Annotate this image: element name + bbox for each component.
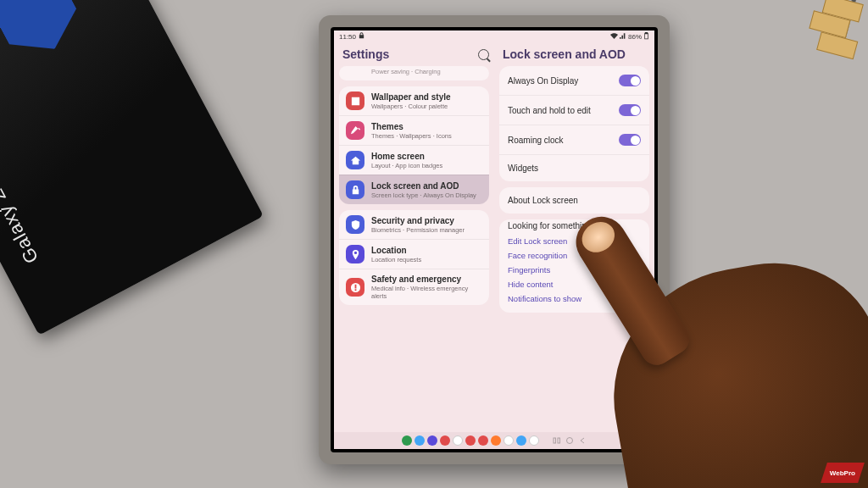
toggle-switch[interactable] <box>619 104 641 116</box>
row-title: Lock screen and AOD <box>371 181 476 191</box>
dock-app-icon[interactable] <box>465 435 476 446</box>
box-badge-icon <box>0 0 88 67</box>
toggle-row[interactable]: Widgets <box>499 154 649 181</box>
device-frame: 11:50 86% <box>319 15 670 464</box>
settings-row-lock[interactable]: Lock screen and AODScreen lock type · Al… <box>339 175 489 204</box>
links-group: Looking for something else? Edit Lock sc… <box>499 219 649 313</box>
settings-row-home[interactable]: Home screenLayout · App icon badges <box>339 145 489 175</box>
lock-icon <box>346 180 364 199</box>
settings-row-location[interactable]: LocationLocation requests <box>339 239 489 269</box>
dock <box>402 435 539 446</box>
dock-app-icon[interactable] <box>453 435 463 446</box>
about-row[interactable]: About Lock screen <box>499 187 649 214</box>
toggle-group: Always On DisplayTouch and hold to editR… <box>499 66 649 181</box>
row-title: Wallpaper and style <box>371 92 451 103</box>
svg-rect-0 <box>554 438 556 443</box>
truncated-item[interactable]: Power saving · Charging <box>339 66 489 80</box>
dock-app-icon[interactable] <box>440 435 450 446</box>
nav-home-icon[interactable] <box>565 436 575 446</box>
toggle-label: Roaming clock <box>508 136 564 145</box>
row-title: Home screen <box>371 152 442 162</box>
toggle-label: Touch and hold to edit <box>508 106 591 115</box>
related-link[interactable]: Fingerprints <box>508 263 641 277</box>
toggle-row[interactable]: Roaming clock <box>499 125 649 154</box>
emergency-icon <box>346 278 364 297</box>
row-subtitle: Biometrics · Permission manager <box>371 226 465 234</box>
status-battery: 86% <box>628 33 642 41</box>
related-link[interactable]: Edit Lock screen <box>508 234 641 248</box>
svg-rect-1 <box>558 438 560 443</box>
signal-icon <box>620 33 626 41</box>
dock-app-icon[interactable] <box>427 435 437 446</box>
screen: 11:50 86% <box>334 30 654 449</box>
home-icon <box>346 151 364 169</box>
detail-pane: Lock screen and AOD Always On DisplayTou… <box>494 42 654 432</box>
dock-app-icon[interactable] <box>402 435 412 446</box>
product-box: Galaxy Z Fold6 <box>0 0 264 336</box>
lock-icon <box>359 32 364 41</box>
settings-group-1: Wallpaper and styleWallpapers · Colour p… <box>339 86 489 204</box>
settings-group-0: Power saving · Charging <box>339 66 489 80</box>
dock-app-icon[interactable] <box>529 435 539 446</box>
wallpaper-icon <box>346 92 364 110</box>
dock-app-icon[interactable] <box>478 435 488 446</box>
settings-row-emergency[interactable]: Safety and emergencyMedical info · Wirel… <box>339 269 489 305</box>
box-product-name: Galaxy Z Fold6 <box>0 135 43 267</box>
nav-recents-icon[interactable] <box>553 436 562 446</box>
about-label: About Lock screen <box>508 196 578 205</box>
dock-app-icon[interactable] <box>504 435 514 446</box>
wooden-prop <box>781 0 868 96</box>
battery-icon <box>643 32 649 42</box>
svg-point-2 <box>567 438 573 444</box>
toggle-label: Always On Display <box>508 76 578 86</box>
toggle-row[interactable]: Always On Display <box>499 66 649 95</box>
wifi-icon <box>610 33 618 41</box>
status-bar: 11:50 86% <box>334 30 654 42</box>
search-icon[interactable] <box>478 49 489 60</box>
toggle-switch[interactable] <box>619 134 641 146</box>
row-title: Security and privacy <box>371 216 465 226</box>
about-group: About Lock screen <box>499 187 649 214</box>
settings-title: Settings <box>342 47 389 61</box>
dock-app-icon[interactable] <box>491 435 501 446</box>
dock-app-icon[interactable] <box>516 435 526 446</box>
row-title: Safety and emergency <box>371 274 482 285</box>
taskbar <box>334 432 654 449</box>
row-subtitle: Themes · Wallpapers · Icons <box>371 132 452 140</box>
nav-back-icon[interactable] <box>578 436 587 446</box>
related-link[interactable]: Hide content <box>508 277 641 291</box>
row-subtitle: Wallpapers · Colour palette <box>371 103 451 110</box>
row-subtitle: Screen lock type · Always On Display <box>371 191 476 199</box>
related-link[interactable]: Notifications to show <box>508 291 641 306</box>
settings-row-themes[interactable]: ThemesThemes · Wallpapers · Icons <box>339 115 489 145</box>
settings-row-wallpaper[interactable]: Wallpaper and styleWallpapers · Colour p… <box>339 86 489 115</box>
related-link[interactable]: Face recognition <box>508 248 641 263</box>
detail-title: Lock screen and AOD <box>503 47 626 61</box>
row-title: Themes <box>371 122 452 132</box>
settings-pane: Settings Power saving · Charging Wallpap… <box>334 42 494 432</box>
toggle-switch[interactable] <box>619 75 641 86</box>
location-icon <box>346 245 364 263</box>
links-title: Looking for something else? <box>508 221 641 230</box>
toggle-label: Widgets <box>508 164 538 173</box>
settings-row-shield[interactable]: Security and privacyBiometrics · Permiss… <box>339 210 489 239</box>
toggle-row[interactable]: Touch and hold to edit <box>499 95 649 125</box>
settings-group-2: Security and privacyBiometrics · Permiss… <box>339 210 489 305</box>
themes-icon <box>346 121 364 140</box>
status-time: 11:50 <box>339 33 356 41</box>
row-title: Location <box>371 246 421 256</box>
dock-app-icon[interactable] <box>415 435 425 446</box>
channel-badge: WebPro <box>821 463 865 483</box>
row-subtitle: Medical info · Wireless emergency alerts <box>371 285 482 300</box>
row-subtitle: Location requests <box>371 256 421 263</box>
shield-icon <box>346 215 364 234</box>
row-subtitle: Layout · App icon badges <box>371 162 442 169</box>
